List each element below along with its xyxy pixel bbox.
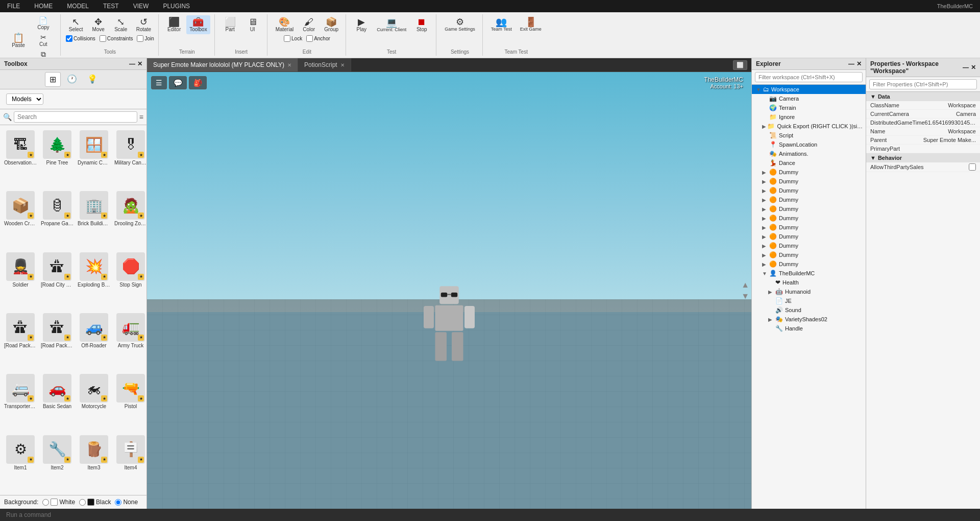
tree-item[interactable]: ▶ 🟠 Dummy xyxy=(752,250,866,259)
tree-item[interactable]: ▶ 🟠 Dummy xyxy=(752,204,866,214)
play-button[interactable]: ▶ Play xyxy=(351,15,372,34)
toolbox-item[interactable]: 🛑 ★ Stop Sign xyxy=(112,249,146,310)
toolbox-tab-search[interactable]: 💡 xyxy=(83,72,102,87)
toolbox-item[interactable]: 🚗 ★ Basic Sedan xyxy=(39,371,76,432)
toolbox-item[interactable]: 🏍 ★ Motorcycle xyxy=(76,371,112,432)
color-button[interactable]: 🖌 Color xyxy=(299,15,319,34)
tree-item[interactable]: ▶ 📁 Quick Export (RIGHT CLICK )|sixx FIL… xyxy=(752,122,866,131)
tree-item[interactable]: 💃 Dance xyxy=(752,158,866,168)
menu-model[interactable]: MODEL xyxy=(64,2,92,11)
toolbox-item[interactable]: 📦 ★ Wooden Crate xyxy=(2,188,39,249)
tree-item[interactable]: 🌍 Terrain xyxy=(752,103,866,112)
game-settings-button[interactable]: ⚙ Game Settings xyxy=(442,15,478,34)
tree-item[interactable]: ▶ 🟠 Dummy xyxy=(752,259,866,269)
explorer-minimize-icon[interactable]: — xyxy=(848,60,854,67)
constraints-checkbox[interactable] xyxy=(100,35,106,42)
search-input[interactable] xyxy=(14,111,137,123)
toolbox-item[interactable]: 🔧 ★ Item2 xyxy=(39,432,76,493)
toolbox-item[interactable]: 🪟 ★ Dynamic Canvas... xyxy=(76,127,112,188)
tree-item[interactable]: 📍 SpawnLocation xyxy=(752,140,866,149)
group-button[interactable]: 📦 Group xyxy=(321,15,341,34)
ui-button[interactable]: 🖥 UI xyxy=(242,15,263,34)
tree-item[interactable]: 📜 Script xyxy=(752,131,866,140)
lock-checkbox[interactable] xyxy=(284,35,290,42)
tab-potionscript[interactable]: PotionScript ✕ xyxy=(298,58,351,72)
toolbox-tab-shapes[interactable]: 🕐 xyxy=(63,72,81,87)
explorer-filter-input[interactable] xyxy=(755,72,863,82)
toolbox-item[interactable]: 🔫 ★ Pistol xyxy=(112,371,146,432)
tree-item[interactable]: ❤ Health xyxy=(752,278,866,287)
part-button[interactable]: ⬜ Part xyxy=(220,15,240,34)
toolbox-item[interactable]: 🚐 ★ Transporter Van xyxy=(2,371,39,432)
bg-none-radio[interactable] xyxy=(115,499,121,506)
toolbox-item[interactable]: 🏗 ★ Observation Tower xyxy=(2,127,39,188)
tree-item[interactable]: ▶ 🟠 Dummy xyxy=(752,177,866,186)
copy-button[interactable]: 📄 Copy xyxy=(31,15,56,31)
toolbox-tab-models[interactable]: ⊞ xyxy=(45,72,61,87)
tree-item[interactable]: ▶ 🟠 Dummy xyxy=(752,241,866,250)
tree-item[interactable]: ▶ 🟠 Dummy xyxy=(752,186,866,195)
tree-item[interactable]: ▼ 👤 TheBuilderMC xyxy=(752,269,866,278)
bg-none-option[interactable]: None xyxy=(115,499,138,506)
toolbox-item[interactable]: 🛣 ★ [Road Pack] Boulevard... xyxy=(2,310,39,371)
tree-item[interactable]: 📄 JE xyxy=(752,296,866,305)
rotate-button[interactable]: ↺ Rotate xyxy=(133,15,154,34)
team-test-button[interactable]: 👥 Team Test xyxy=(488,15,515,34)
toolbox-item[interactable]: 🛢 ★ Propane Gas Conta... xyxy=(39,188,76,249)
properties-filter-input[interactable] xyxy=(869,79,977,89)
move-button[interactable]: ✥ Move xyxy=(88,15,109,34)
tree-item[interactable]: ▶ 🟠 Dummy xyxy=(752,223,866,232)
current-client-button[interactable]: 💻 Current: Client xyxy=(374,16,409,34)
anchor-checkbox[interactable] xyxy=(306,35,313,42)
toolbox-close-icon[interactable]: ✕ xyxy=(137,60,142,67)
tree-item[interactable]: 📷 Camera xyxy=(752,94,866,103)
stop-button[interactable]: ⏹ Stop xyxy=(411,15,432,34)
editor-button[interactable]: ⬛ Editor xyxy=(164,15,184,34)
toolbox-item[interactable]: 🌲 ★ Pine Tree xyxy=(39,127,76,188)
bg-black-option[interactable]: Black xyxy=(79,499,111,506)
toolbox-minimize-icon[interactable]: — xyxy=(129,60,135,67)
toolbox-item[interactable]: 🧟 ★ Drooling Zombie xyxy=(112,188,146,249)
menu-file[interactable]: FILE xyxy=(4,2,23,11)
maximize-button[interactable]: ⬜ xyxy=(733,60,747,70)
toolbox-item[interactable]: 🪧 ★ Item4 xyxy=(112,432,146,493)
viewport-bag-button[interactable]: 🎒 xyxy=(189,76,207,89)
join-checkbox[interactable] xyxy=(137,35,143,42)
tree-item[interactable]: 📁 Ignore xyxy=(752,112,866,122)
viewport-3d[interactable]: TheBuilderMC Account: 13+ ☰ 💬 🎒 ▲ ▼ xyxy=(147,72,751,509)
viewport-menu-button[interactable]: ☰ xyxy=(151,76,167,89)
toolbox-button[interactable]: 🧰 Toolbox xyxy=(186,15,210,34)
scroll-down-arrow[interactable]: ▼ xyxy=(741,292,749,301)
menu-test[interactable]: TEST xyxy=(100,2,122,11)
tree-item[interactable]: ▶ 🤖 Humanoid xyxy=(752,287,866,296)
menu-view[interactable]: VIEW xyxy=(130,2,152,11)
tab-super-emote[interactable]: Super Emote Maker lolololol (MY PLACE ON… xyxy=(147,58,298,72)
paste-button[interactable]: 📋 Paste xyxy=(8,31,29,50)
bg-white-radio[interactable] xyxy=(42,499,49,506)
tree-item[interactable]: ▶ 🟠 Dummy xyxy=(752,168,866,177)
collisions-checkbox[interactable] xyxy=(66,35,72,42)
toolbox-item[interactable]: 🏢 ★ Brick Building... xyxy=(76,188,112,249)
prop-section[interactable]: ▼Data xyxy=(866,92,980,101)
tree-item[interactable]: 🔧 Handle xyxy=(752,324,866,333)
toolbox-item[interactable]: 💂 ★ Soldier xyxy=(2,249,39,310)
scale-button[interactable]: ⤡ Scale xyxy=(111,15,131,34)
tree-item[interactable]: ▼ 🗂 Workspace xyxy=(752,85,866,94)
cut-button[interactable]: ✂ Cut xyxy=(31,32,56,48)
command-input[interactable] xyxy=(6,511,159,518)
toolbox-item[interactable]: 🎖 ★ Military Canvas... xyxy=(112,127,146,188)
toolbox-item[interactable]: 💥 ★ Exploding Barrel xyxy=(76,249,112,310)
toolbox-item[interactable]: 🪵 ★ Item3 xyxy=(76,432,112,493)
tab-potionscript-close[interactable]: ✕ xyxy=(340,62,345,68)
prop-section[interactable]: ▼Behavior xyxy=(866,153,980,162)
bg-white-option[interactable]: White xyxy=(42,499,75,506)
toolbox-item[interactable]: 🛣 ★ [Road Pack] Narrow... xyxy=(39,310,76,371)
toolbox-item[interactable]: ⚙ ★ Item1 xyxy=(2,432,39,493)
exit-game-button[interactable]: 🚪 Exit Game xyxy=(517,15,545,34)
properties-close-icon[interactable]: ✕ xyxy=(971,64,976,71)
tree-item[interactable]: ▶ 🟠 Dummy xyxy=(752,232,866,241)
explorer-close-icon[interactable]: ✕ xyxy=(856,60,862,67)
scroll-up-arrow[interactable]: ▲ xyxy=(741,280,749,290)
tree-item[interactable]: ▶ 🟠 Dummy xyxy=(752,195,866,204)
tree-item[interactable]: 🔊 Sound xyxy=(752,305,866,315)
